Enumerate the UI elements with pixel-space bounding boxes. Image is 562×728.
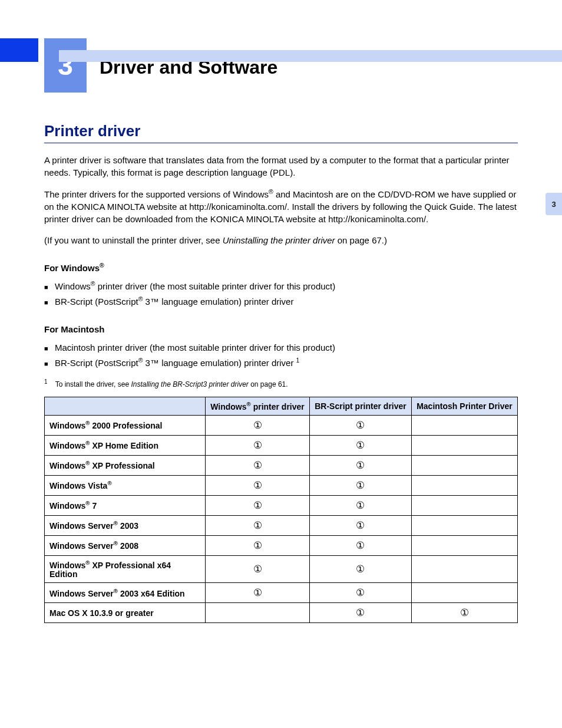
support-mark (206, 603, 310, 623)
for-windows-text: For Windows (44, 263, 100, 273)
b2-mid: 3™ language emulation) printer driver (143, 297, 293, 307)
table-row: Windows® XP Home Edition①① (45, 435, 518, 455)
support-mark: ① (309, 495, 411, 515)
support-mark (411, 455, 517, 475)
os-cell: Windows® XP Professional x64 Edition (45, 555, 206, 583)
support-mark: ① (206, 455, 310, 475)
chapter-title: Driver and Software (100, 57, 277, 93)
for-windows-heading: For Windows® (44, 262, 518, 273)
header-brscript-driver: BR-Script printer driver (309, 397, 411, 416)
support-mark: ① (309, 535, 411, 555)
uninstall-link[interactable]: Uninstalling the printer driver (223, 235, 335, 245)
mb2-pre: BR-Script (PostScript (55, 358, 138, 368)
table-row: Mac OS X 10.3.9 or greater①① (45, 603, 518, 623)
footnote-number: 1 (44, 378, 48, 385)
b1-pre: Windows (55, 281, 91, 291)
brscript-mac-item: BR-Script (PostScript® 3™ language emula… (44, 355, 518, 371)
windows-driver-item: Windows® printer driver (the most suitab… (44, 279, 518, 294)
header-mac-driver: Macintosh Printer Driver (411, 397, 517, 416)
support-mark: ① (309, 415, 411, 435)
mb2-mid: 3™ language emulation) printer driver (143, 358, 296, 368)
os-cell: Windows Server® 2008 (45, 535, 206, 555)
support-mark (411, 515, 517, 535)
registered-mark: ® (247, 401, 251, 407)
brscript-windows-item: BR-Script (PostScript® 3™ language emula… (44, 294, 518, 309)
registered-mark: ® (100, 262, 104, 269)
top-stripe (59, 50, 562, 62)
support-mark: ① (206, 435, 310, 455)
support-mark: ① (309, 583, 411, 603)
p3-post: on page 67.) (335, 235, 387, 245)
os-cell: Windows Server® 2003 x64 Edition (45, 583, 206, 603)
intro-paragraph-3: (If you want to uninstall the printer dr… (44, 234, 518, 246)
table-row: Windows® XP Professional①① (45, 455, 518, 475)
support-mark (411, 435, 517, 455)
os-cell: Windows Vista® (45, 475, 206, 495)
b1-post: printer driver (the most suitable printe… (95, 281, 336, 291)
top-accent-bar (0, 38, 38, 62)
p2-pre: The printer drivers for the supported ve… (44, 189, 269, 199)
os-cell: Mac OS X 10.3.9 or greater (45, 603, 206, 623)
support-mark (411, 475, 517, 495)
windows-list: Windows® printer driver (the most suitab… (44, 279, 518, 309)
page-side-tab: 3 (546, 193, 562, 215)
chapter-number-badge: 3 (44, 38, 87, 93)
mac-list: Macintosh printer driver (the most suita… (44, 340, 518, 370)
support-mark: ① (206, 495, 310, 515)
os-cell: Windows® 7 (45, 495, 206, 515)
footnote-ref[interactable]: 1 (296, 357, 300, 364)
page: 3 3 Driver and Software Printer driver A… (0, 38, 562, 728)
b2-pre: BR-Script (PostScript (55, 297, 138, 307)
support-mark: ① (309, 455, 411, 475)
support-mark: ① (309, 475, 411, 495)
support-mark (411, 495, 517, 515)
table-header-row: Windows® printer driver BR-Script printe… (45, 397, 518, 416)
support-mark: ① (206, 515, 310, 535)
support-mark: ① (206, 415, 310, 435)
os-cell: Windows Server® 2003 (45, 515, 206, 535)
header-blank (45, 397, 206, 416)
h1-post: printer driver (251, 402, 305, 411)
registered-mark: ® (269, 188, 273, 195)
support-mark: ① (309, 435, 411, 455)
footnote-1: 1 To install the driver, see Installing … (44, 378, 518, 388)
support-mark: ① (411, 603, 517, 623)
table-row: Windows Server® 2003 x64 Edition①① (45, 583, 518, 603)
table-row: Windows® XP Professional x64 Edition①① (45, 555, 518, 583)
p3-pre: (If you want to uninstall the printer dr… (44, 235, 223, 245)
support-mark: ① (309, 515, 411, 535)
support-mark: ① (206, 535, 310, 555)
section-title: Printer driver (44, 122, 518, 143)
support-mark: ① (206, 583, 310, 603)
h1-pre: Windows (210, 402, 246, 411)
table-row: Windows® 7①① (45, 495, 518, 515)
support-mark: ① (206, 555, 310, 583)
os-cell: Windows® XP Home Edition (45, 435, 206, 455)
footnote-pre: To install the driver, see (55, 380, 131, 388)
os-cell: Windows® 2000 Professional (45, 415, 206, 435)
support-mark (411, 535, 517, 555)
for-macintosh-heading: For Macintosh (44, 324, 518, 334)
mac-driver-item: Macintosh printer driver (the most suita… (44, 340, 518, 355)
support-mark (411, 555, 517, 583)
compatibility-table: Windows® printer driver BR-Script printe… (44, 397, 518, 623)
intro-paragraph-1: A printer driver is software that transl… (44, 154, 518, 179)
chapter-header: 3 Driver and Software (44, 38, 518, 93)
table-row: Windows Server® 2003①① (45, 515, 518, 535)
registered-mark: ® (91, 280, 95, 287)
header-windows-driver: Windows® printer driver (206, 397, 310, 416)
footnote-post: on page 61. (249, 380, 288, 388)
support-mark: ① (206, 475, 310, 495)
support-mark: ① (309, 603, 411, 623)
table-row: Windows Server® 2008①① (45, 535, 518, 555)
support-mark (411, 415, 517, 435)
os-cell: Windows® XP Professional (45, 455, 206, 475)
table-row: Windows® 2000 Professional①① (45, 415, 518, 435)
support-mark: ① (309, 555, 411, 583)
table-row: Windows Vista®①① (45, 475, 518, 495)
support-mark (411, 583, 517, 603)
intro-paragraph-2: The printer drivers for the supported ve… (44, 187, 518, 225)
footnote-link[interactable]: Installing the BR-Script3 printer driver (131, 380, 248, 388)
